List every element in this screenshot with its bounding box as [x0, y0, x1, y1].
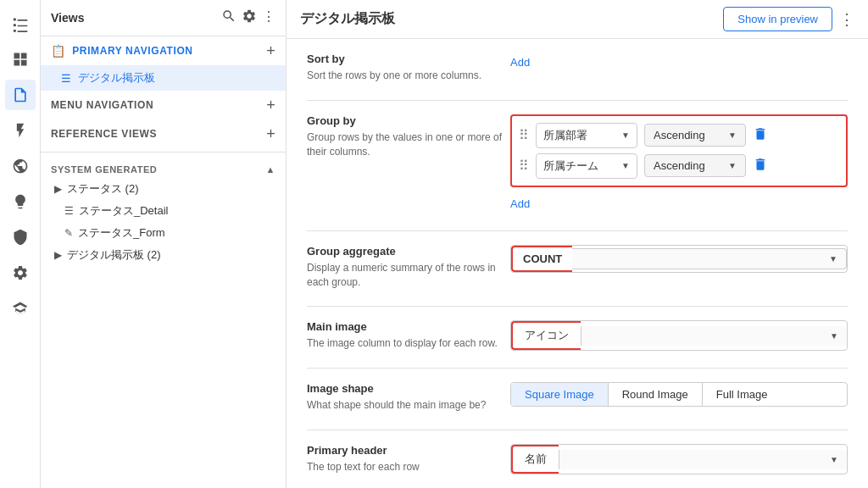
show-preview-button[interactable]: Show in preview	[723, 7, 832, 31]
group-col-select-1[interactable]: 所属部署 ▼	[536, 123, 637, 148]
image-shape-label-col: Image shape What shape should the main i…	[307, 382, 510, 413]
chevron-icon-5: ▼	[829, 254, 837, 263]
shield-icon[interactable]	[5, 222, 36, 252]
gear-icon[interactable]	[5, 258, 36, 288]
divider2	[307, 230, 848, 231]
drag-handle-1[interactable]: ⠿	[519, 127, 529, 143]
apps-icon[interactable]	[5, 8, 36, 39]
main-header: デジタル掲示板 Show in preview ⋮	[287, 0, 868, 39]
sidebar-status-form[interactable]: ✎ ステータス_Form	[41, 222, 286, 244]
primary-header-select[interactable]: 名前 ▼	[510, 444, 848, 474]
group-add-button[interactable]: Add	[510, 194, 530, 214]
aggregate-select[interactable]: COUNT ▼	[510, 245, 848, 273]
divider4	[307, 368, 848, 369]
system-generated-header: SYSTEM GENERATED ▲	[41, 156, 286, 178]
sidebar-status-group[interactable]: ▶ ステータス (2)	[41, 178, 286, 200]
primary-nav-add-button[interactable]: +	[266, 43, 275, 58]
grid-icon[interactable]	[5, 44, 36, 75]
graduate-icon[interactable]	[5, 293, 36, 324]
divider1	[307, 100, 848, 101]
sidebar-primary-nav[interactable]: 📋 PRIMARY NAVIGATION +	[41, 36, 286, 65]
chevron-icon-3: ▼	[621, 161, 630, 170]
settings-icon[interactable]	[242, 8, 257, 27]
image-shape-label: Image shape	[307, 382, 510, 395]
lightning-icon[interactable]	[5, 115, 36, 146]
chevron-icon-6: ▼	[830, 331, 838, 341]
divider3	[307, 306, 848, 307]
count-value: COUNT	[511, 246, 572, 272]
form-icon: ✎	[64, 227, 73, 239]
reference-views-add-button[interactable]: +	[266, 126, 275, 141]
chevron-icon-4: ▼	[728, 161, 737, 170]
group-by-section: Group by Group rows by the values in one…	[307, 114, 848, 214]
aggregate-desc: Display a numeric summary of the rows in…	[307, 261, 510, 290]
main-image-chevron[interactable]: ▼	[581, 326, 847, 346]
group-by-label: Group by	[307, 114, 510, 127]
sidebar-title: Views	[51, 11, 214, 25]
sort-by-section: Sort by Sort the rows by one or more col…	[307, 53, 848, 83]
main-image-desc: The image column to display for each row…	[307, 336, 510, 351]
main-image-label-col: Main image The image column to display f…	[307, 320, 510, 351]
group-by-label-col: Group by Group rows by the values in one…	[307, 114, 510, 159]
primary-header-section: Primary header The top text for each row…	[307, 444, 848, 474]
main-image-control: アイコン ▼	[510, 320, 848, 351]
image-shape-buttons: Square Image Round Image Full Image	[510, 382, 848, 407]
sort-by-control: Add	[510, 53, 848, 72]
sort-add-button[interactable]: Add	[510, 53, 530, 72]
main-image-value: アイコン	[511, 321, 581, 350]
page-title: デジタル掲示板	[300, 10, 716, 28]
sort-by-label: Sort by	[307, 53, 510, 65]
group-by-row-2: ⠿ 所属チーム ▼ Ascending ▼	[519, 153, 839, 179]
main-image-select[interactable]: アイコン ▼	[510, 320, 848, 351]
group-order-select-1[interactable]: Ascending ▼	[644, 124, 746, 147]
page-icon[interactable]	[5, 80, 36, 110]
sidebar-header-icons: ⋮	[221, 8, 275, 27]
sidebar-reference-views[interactable]: REFERENCE VIEWS +	[41, 119, 286, 148]
primary-header-chevron[interactable]: ▼	[559, 450, 847, 469]
aggregate-label-col: Group aggregate Display a numeric summar…	[307, 245, 510, 290]
sidebar-menu-nav[interactable]: MENU NAVIGATION +	[41, 91, 286, 119]
group-order-select-2[interactable]: Ascending ▼	[644, 154, 746, 177]
chevron-icon-1: ▼	[621, 130, 630, 140]
sidebar-item-digital[interactable]: ☰ デジタル掲示板	[41, 65, 286, 91]
image-shape-control: Square Image Round Image Full Image	[510, 382, 848, 407]
group-by-control: ⠿ 所属部署 ▼ Ascending ▼	[510, 114, 848, 214]
primary-header-label: Primary header	[307, 444, 510, 457]
shape-square-button[interactable]: Square Image	[511, 383, 609, 406]
delete-group-row-2[interactable]	[753, 157, 768, 175]
globe-icon[interactable]	[5, 151, 36, 181]
sidebar-header: Views ⋮	[41, 0, 286, 36]
sort-by-label-col: Sort by Sort the rows by one or more col…	[307, 53, 510, 83]
group-by-row-1: ⠿ 所属部署 ▼ Ascending ▼	[519, 123, 839, 148]
nav-icon: 📋	[51, 44, 65, 58]
shape-full-button[interactable]: Full Image	[703, 383, 782, 406]
detail-icon: ☰	[64, 205, 74, 217]
search-icon[interactable]	[221, 8, 236, 27]
image-shape-section: Image shape What shape should the main i…	[307, 382, 848, 413]
menu-nav-add-button[interactable]: +	[266, 97, 275, 113]
main-more-icon[interactable]: ⋮	[839, 10, 854, 29]
group-by-container: ⠿ 所属部署 ▼ Ascending ▼	[510, 114, 848, 187]
more-icon[interactable]: ⋮	[262, 8, 275, 27]
collapse-icon[interactable]: ▲	[266, 164, 275, 175]
shape-round-button[interactable]: Round Image	[609, 383, 703, 406]
aggregate-label: Group aggregate	[307, 245, 510, 258]
chevron-icon-2: ▼	[728, 130, 737, 140]
aggregate-chevron[interactable]: ▼	[572, 248, 847, 269]
group-col-select-2[interactable]: 所属チーム ▼	[536, 153, 637, 179]
primary-header-label-col: Primary header The top text for each row	[307, 444, 510, 474]
group-by-desc: Group rows by the values in one or more …	[307, 130, 510, 159]
bulb-icon[interactable]	[5, 186, 36, 217]
sidebar-status-detail[interactable]: ☰ ステータス_Detail	[41, 200, 286, 222]
sidebar: Views ⋮ 📋 PRIMARY NAVIGATION + ☰ デジタル掲示板…	[41, 0, 287, 488]
primary-header-desc: The top text for each row	[307, 460, 510, 474]
main-image-section: Main image The image column to display f…	[307, 320, 848, 351]
group-aggregate-section: Group aggregate Display a numeric summar…	[307, 245, 848, 290]
list-icon: ☰	[61, 72, 71, 85]
main-content: デジタル掲示板 Show in preview ⋮ Sort by Sort t…	[287, 0, 868, 488]
delete-group-row-1[interactable]	[753, 126, 768, 145]
sidebar-digital-group[interactable]: ▶ デジタル掲示板 (2)	[41, 244, 286, 266]
drag-handle-2[interactable]: ⠿	[519, 158, 529, 174]
image-shape-desc: What shape should the main image be?	[307, 398, 510, 413]
divider5	[307, 430, 848, 430]
